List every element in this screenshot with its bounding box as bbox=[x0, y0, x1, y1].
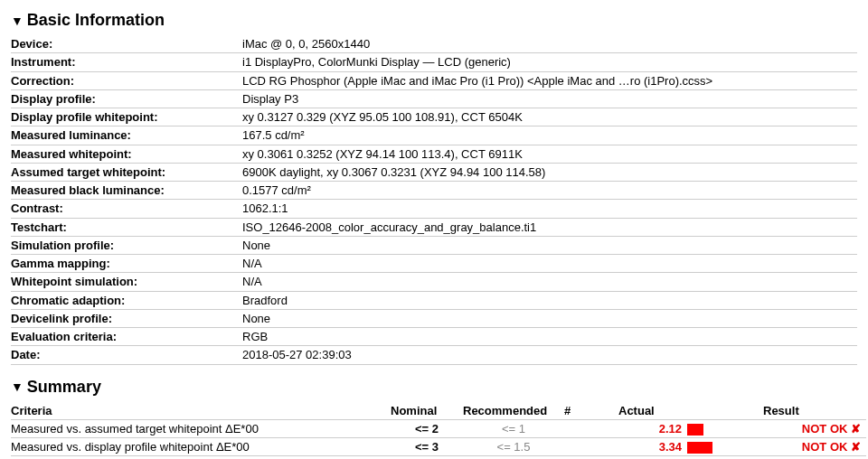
col-header-actual: Actual bbox=[618, 402, 682, 420]
info-value: None bbox=[242, 236, 857, 254]
info-label: Measured luminance: bbox=[11, 126, 242, 145]
info-row: Whitepoint simulation:N/A bbox=[11, 273, 857, 291]
info-label: Gamma mapping: bbox=[11, 255, 242, 273]
info-row: Simulation profile:None bbox=[11, 236, 857, 254]
result-cell: NOT OK ✘ bbox=[763, 437, 866, 455]
recommended-cell: <= 1 bbox=[463, 456, 564, 460]
info-label: Display profile whitepoint: bbox=[11, 108, 242, 126]
recommended-cell: <= 1 bbox=[463, 419, 564, 437]
info-label: Correction: bbox=[11, 71, 242, 89]
col-header-recommended: Recommended bbox=[463, 402, 564, 420]
hash-cell bbox=[564, 437, 618, 455]
info-value: ISO_12646-2008_color_accuracy_and_gray_b… bbox=[242, 218, 857, 236]
info-value: None bbox=[242, 309, 857, 327]
info-label: Device: bbox=[11, 35, 242, 53]
info-label: Display profile: bbox=[11, 89, 242, 108]
info-label: Simulation profile: bbox=[11, 236, 242, 254]
info-value: xy 0.3061 0.3252 (XYZ 94.14 100 113.4), … bbox=[242, 145, 857, 163]
info-row: Assumed target whitepoint:6900K daylight… bbox=[11, 163, 857, 181]
info-value: i1 DisplayPro, ColorMunki Display — LCD … bbox=[242, 53, 857, 71]
summary-row: Measured vs. assumed target whitepoint Δ… bbox=[11, 419, 866, 437]
bar-fill bbox=[687, 442, 712, 454]
info-label: Whitepoint simulation: bbox=[11, 273, 242, 291]
info-value: 2018-05-27 02:39:03 bbox=[242, 346, 857, 364]
info-row: Instrument:i1 DisplayPro, ColorMunki Dis… bbox=[11, 53, 857, 71]
hash-cell bbox=[564, 419, 618, 437]
info-label: Contrast: bbox=[11, 200, 242, 218]
recommended-cell: <= 1.5 bbox=[463, 437, 564, 455]
basic-info-table: Device:iMac @ 0, 0, 2560x1440Instrument:… bbox=[11, 35, 857, 365]
info-value: 1062.1:1 bbox=[242, 200, 857, 218]
info-row: Date:2018-05-27 02:39:03 bbox=[11, 346, 857, 364]
info-label: Measured whitepoint: bbox=[11, 145, 242, 163]
info-value: N/A bbox=[242, 273, 857, 291]
nominal-cell: <= 1.5 bbox=[391, 456, 463, 460]
actual-cell: 1.24 bbox=[618, 456, 682, 460]
bar-cell bbox=[682, 419, 763, 437]
info-value: 0.1577 cd/m² bbox=[242, 182, 857, 200]
info-label: Measured black luminance: bbox=[11, 182, 242, 200]
info-label: Instrument: bbox=[11, 53, 242, 71]
info-value: RGB bbox=[242, 328, 857, 346]
hash-cell bbox=[564, 456, 618, 460]
summary-title: Summary bbox=[27, 378, 101, 397]
actual-cell: 3.34 bbox=[618, 437, 682, 455]
bar-cell bbox=[682, 456, 763, 460]
info-row: Device:iMac @ 0, 0, 2560x1440 bbox=[11, 35, 857, 53]
result-cell: OK ✔ bbox=[763, 456, 866, 460]
info-row: Correction:LCD RG Phosphor (Apple iMac a… bbox=[11, 71, 857, 89]
info-label: Devicelink profile: bbox=[11, 309, 242, 327]
disclosure-triangle-icon[interactable]: ▼ bbox=[11, 14, 24, 28]
nominal-cell: <= 3 bbox=[391, 437, 463, 455]
basic-info-heading[interactable]: ▼ Basic Information bbox=[11, 11, 857, 30]
info-label: Assumed target whitepoint: bbox=[11, 163, 242, 181]
summary-row: Average ΔE*00<= 1.5<= 11.24OK ✔ bbox=[11, 456, 866, 460]
info-row: Evaluation criteria:RGB bbox=[11, 328, 857, 346]
info-label: Date: bbox=[11, 346, 242, 364]
bar-cell bbox=[682, 437, 763, 455]
info-row: Gamma mapping:N/A bbox=[11, 255, 857, 273]
info-label: Chromatic adaption: bbox=[11, 291, 242, 309]
bar-fill bbox=[687, 424, 703, 436]
col-header-bar bbox=[682, 402, 763, 420]
summary-table: Criteria Nominal Recommended # Actual Re… bbox=[11, 402, 866, 460]
col-header-nominal: Nominal bbox=[391, 402, 463, 420]
info-row: Measured black luminance:0.1577 cd/m² bbox=[11, 182, 857, 200]
info-label: Testchart: bbox=[11, 218, 242, 236]
col-header-criteria: Criteria bbox=[11, 402, 391, 420]
info-label: Evaluation criteria: bbox=[11, 328, 242, 346]
bar-wrap bbox=[687, 442, 760, 454]
criteria-cell: Measured vs. display profile whitepoint … bbox=[11, 437, 391, 455]
col-header-hash: # bbox=[564, 402, 618, 420]
info-row: Measured whitepoint:xy 0.3061 0.3252 (XY… bbox=[11, 145, 857, 163]
info-row: Devicelink profile:None bbox=[11, 309, 857, 327]
info-value: xy 0.3127 0.329 (XYZ 95.05 100 108.91), … bbox=[242, 108, 857, 126]
disclosure-triangle-icon[interactable]: ▼ bbox=[11, 379, 24, 394]
info-row: Display profile whitepoint:xy 0.3127 0.3… bbox=[11, 108, 857, 126]
info-row: Testchart:ISO_12646-2008_color_accuracy_… bbox=[11, 218, 857, 236]
info-value: Display P3 bbox=[242, 89, 857, 108]
summary-heading[interactable]: ▼ Summary bbox=[11, 378, 857, 397]
criteria-cell: Measured vs. assumed target whitepoint Δ… bbox=[11, 419, 391, 437]
bar-wrap bbox=[687, 424, 760, 436]
info-row: Measured luminance:167.5 cd/m² bbox=[11, 126, 857, 145]
nominal-cell: <= 2 bbox=[391, 419, 463, 437]
info-value: 167.5 cd/m² bbox=[242, 126, 857, 145]
col-header-result: Result bbox=[763, 402, 866, 420]
info-row: Display profile:Display P3 bbox=[11, 89, 857, 108]
actual-cell: 2.12 bbox=[618, 419, 682, 437]
info-row: Chromatic adaption:Bradford bbox=[11, 291, 857, 309]
info-value: iMac @ 0, 0, 2560x1440 bbox=[242, 35, 857, 53]
info-value: Bradford bbox=[242, 291, 857, 309]
summary-row: Measured vs. display profile whitepoint … bbox=[11, 437, 866, 455]
info-value: LCD RG Phosphor (Apple iMac and iMac Pro… bbox=[242, 71, 857, 89]
result-cell: NOT OK ✘ bbox=[763, 419, 866, 437]
info-value: N/A bbox=[242, 255, 857, 273]
criteria-cell: Average ΔE*00 bbox=[11, 456, 391, 460]
info-row: Contrast:1062.1:1 bbox=[11, 200, 857, 218]
basic-info-title: Basic Information bbox=[27, 11, 165, 30]
info-value: 6900K daylight, xy 0.3067 0.3231 (XYZ 94… bbox=[242, 163, 857, 181]
